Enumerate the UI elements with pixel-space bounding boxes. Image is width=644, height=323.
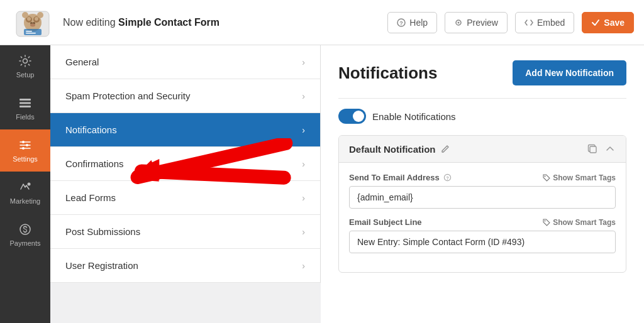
svg-point-25	[22, 141, 25, 143]
svg-point-27	[22, 147, 25, 150]
payments-icon	[18, 222, 32, 236]
notification-card-title: Default Notification	[349, 144, 450, 155]
svg-point-17	[458, 21, 460, 23]
enable-notifications-toggle[interactable]	[338, 109, 366, 124]
settings-menu: General › Spam Protection and Security ›…	[50, 45, 321, 283]
notification-card-header: Default Notification	[339, 136, 626, 163]
menu-item-lead-forms[interactable]: Lead Forms ›	[50, 181, 320, 215]
sidebar-item-payments[interactable]: Payments	[0, 214, 50, 256]
svg-point-5	[35, 17, 38, 21]
menu-item-general[interactable]: General ›	[50, 45, 320, 79]
svg-rect-13	[26, 33, 36, 34]
sidebar-marketing-label: Marketing	[10, 197, 40, 205]
svg-rect-21	[19, 106, 31, 107]
help-button[interactable]: ? Help	[387, 12, 437, 33]
collapse-icon[interactable]	[604, 143, 616, 155]
chevron-right-icon: ›	[302, 125, 305, 135]
enable-notifications-row: Enable Notifications	[338, 109, 626, 124]
notification-card-actions	[587, 143, 616, 155]
svg-point-18	[23, 59, 28, 63]
sidebar-item-setup[interactable]: Setup	[0, 45, 50, 87]
notification-card-body: Send To Email Address ? Show Smar	[339, 163, 626, 272]
preview-icon	[454, 18, 463, 27]
sidebar-item-fields[interactable]: Fields	[0, 87, 50, 129]
main-content: Notifications Add New Notification Enabl…	[321, 45, 644, 323]
sidebar-item-marketing[interactable]: Marketing	[0, 172, 50, 214]
chevron-right-icon: ›	[302, 193, 305, 203]
settings-icon	[18, 138, 32, 152]
menu-item-post-submissions[interactable]: Post Submissions ›	[50, 215, 320, 249]
menu-item-notifications[interactable]: Notifications ›	[50, 113, 320, 147]
svg-rect-11	[24, 29, 42, 35]
sidebar-fields-label: Fields	[16, 113, 34, 121]
svg-point-36	[545, 220, 546, 221]
send-to-field-row: Send To Email Address ? Show Smar	[349, 173, 616, 209]
chevron-right-icon: ›	[302, 57, 305, 67]
logo-icon	[14, 6, 52, 39]
copy-icon[interactable]	[587, 143, 598, 155]
gear-icon	[18, 54, 32, 68]
notifications-header: Notifications Add New Notification	[338, 60, 626, 85]
send-to-label: Send To Email Address ? Show Smar	[349, 173, 616, 182]
help-icon: ?	[397, 18, 406, 27]
settings-menu-wrapper: General › Spam Protection and Security ›…	[50, 45, 321, 323]
topbar: Now editing Simple Contact Form ? Help P…	[0, 0, 644, 45]
sidebar-setup-label: Setup	[16, 71, 35, 79]
svg-text:?: ?	[446, 175, 449, 181]
send-to-input[interactable]	[349, 186, 616, 209]
svg-point-28	[28, 183, 31, 186]
svg-rect-20	[19, 102, 31, 104]
email-subject-label: Email Subject Line Show Smart Tags	[349, 217, 616, 227]
sidebar-item-settings[interactable]: Settings	[0, 129, 50, 172]
svg-point-9	[22, 12, 28, 18]
notifications-title: Notifications	[338, 63, 437, 83]
fields-icon	[18, 96, 32, 110]
checkmark-icon	[591, 18, 600, 27]
svg-rect-19	[19, 99, 31, 101]
sidebar-settings-label: Settings	[13, 155, 38, 163]
svg-point-4	[27, 17, 31, 21]
edit-icon[interactable]	[441, 145, 450, 153]
help-circle-icon: ?	[443, 173, 452, 182]
default-notification-card: Default Notification	[338, 135, 626, 273]
svg-point-8	[30, 23, 35, 26]
svg-rect-32	[590, 146, 596, 153]
preview-button[interactable]: Preview	[445, 12, 508, 33]
chevron-right-icon: ›	[302, 227, 305, 237]
marketing-icon	[18, 180, 32, 194]
email-subject-field-row: Email Subject Line Show Smart Tags	[349, 217, 616, 253]
add-notification-button[interactable]: Add New Notification	[513, 60, 626, 85]
embed-button[interactable]: Embed	[515, 12, 574, 33]
save-button[interactable]: Save	[582, 12, 634, 33]
sidebar-icons: Setup Fields Settings	[0, 45, 50, 323]
enable-notifications-label: Enable Notifications	[372, 111, 456, 122]
menu-item-confirmations[interactable]: Confirmations ›	[50, 147, 320, 181]
show-smart-tags-button[interactable]: Show Smart Tags	[543, 173, 616, 182]
divider	[338, 98, 626, 99]
svg-text:?: ?	[400, 20, 404, 26]
topbar-actions: ? Help Preview Embed Save	[387, 12, 634, 33]
svg-point-35	[545, 175, 546, 177]
email-subject-input[interactable]	[349, 231, 616, 253]
menu-item-spam[interactable]: Spam Protection and Security ›	[50, 79, 320, 113]
sidebar-payments-label: Payments	[10, 239, 41, 247]
embed-icon	[525, 18, 533, 27]
svg-point-10	[37, 12, 43, 18]
chevron-right-icon: ›	[302, 261, 305, 271]
editing-title: Now editing Simple Contact Form	[63, 17, 387, 28]
svg-point-26	[26, 144, 28, 146]
show-smart-tags-button-2[interactable]: Show Smart Tags	[543, 218, 616, 227]
menu-item-user-registration[interactable]: User Registration ›	[50, 249, 320, 283]
chevron-right-icon: ›	[302, 159, 305, 169]
tag-icon	[543, 174, 550, 182]
logo	[10, 4, 55, 41]
svg-rect-12	[26, 31, 32, 32]
tag-icon-2	[543, 219, 550, 226]
chevron-right-icon: ›	[302, 91, 305, 101]
main-layout: Setup Fields Settings	[0, 45, 644, 323]
